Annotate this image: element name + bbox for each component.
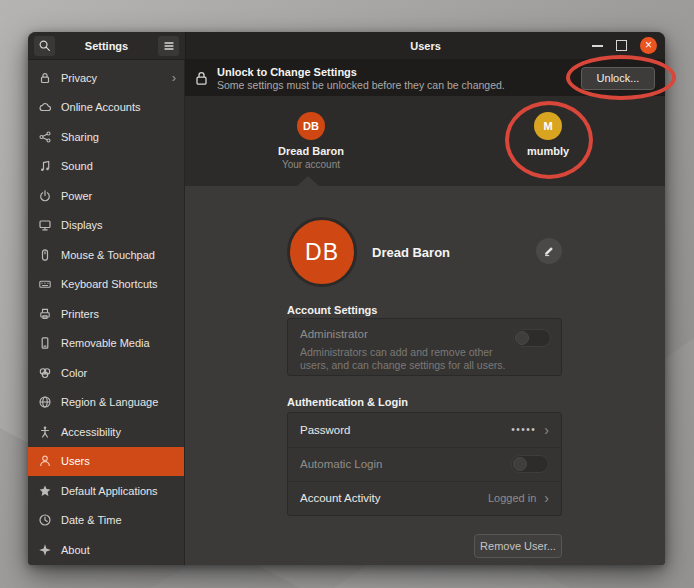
account-activity-row[interactable]: Account Activity Logged in › bbox=[288, 481, 561, 515]
sidebar-item-keyboard-shortcuts[interactable]: Keyboard Shortcuts bbox=[28, 270, 184, 300]
chevron-right-icon: › bbox=[172, 71, 176, 84]
sidebar-item-region-language[interactable]: Region & Language bbox=[28, 388, 184, 418]
cloud-icon bbox=[38, 100, 52, 114]
search-button[interactable] bbox=[34, 36, 55, 56]
titlebar[interactable]: Settings Users × bbox=[28, 32, 665, 60]
maximize-button[interactable] bbox=[616, 40, 627, 51]
sidebar-item-label: Region & Language bbox=[61, 396, 158, 408]
unlock-banner-title: Unlock to Change Settings bbox=[217, 66, 505, 78]
share-icon bbox=[38, 130, 52, 144]
carousel-user-dread-baron[interactable]: DB Dread Baron Your account bbox=[251, 112, 371, 170]
account-settings-heading: Account Settings bbox=[287, 304, 377, 316]
sidebar-item-sharing[interactable]: Sharing bbox=[28, 122, 184, 152]
sidebar-item-label: About bbox=[61, 544, 90, 556]
administrator-description: Administrators can add and remove other … bbox=[300, 346, 515, 372]
sidebar-item-label: Privacy bbox=[61, 72, 97, 84]
sidebar-item-date-time[interactable]: Date & Time bbox=[28, 506, 184, 536]
chevron-right-icon: › bbox=[544, 423, 549, 437]
sidebar-item-mouse-touchpad[interactable]: Mouse & Touchpad bbox=[28, 240, 184, 270]
minimize-button[interactable] bbox=[592, 45, 603, 47]
selected-user-notch bbox=[297, 176, 319, 186]
remove-user-button[interactable]: Remove User... bbox=[474, 534, 562, 558]
unlock-button[interactable]: Unlock... bbox=[581, 67, 655, 90]
sidebar-item-label: Users bbox=[61, 455, 90, 467]
music-note-icon bbox=[38, 159, 52, 173]
sidebar-item-label: Removable Media bbox=[61, 337, 150, 349]
sidebar-item-privacy[interactable]: Privacy › bbox=[28, 63, 184, 93]
pencil-icon bbox=[543, 245, 555, 257]
sidebar-item-label: Accessibility bbox=[61, 426, 121, 438]
sidebar-item-users[interactable]: Users bbox=[28, 447, 184, 477]
clock-icon bbox=[38, 513, 52, 527]
sidebar-item-color[interactable]: Color bbox=[28, 358, 184, 388]
avatar[interactable]: DB bbox=[297, 112, 325, 140]
chevron-right-icon: › bbox=[544, 491, 549, 505]
authentication-login-heading: Authentication & Login bbox=[287, 396, 408, 408]
toggle-knob bbox=[515, 331, 529, 345]
toggle-knob bbox=[513, 457, 527, 471]
close-button[interactable]: × bbox=[640, 37, 657, 54]
account-settings-card: Administrator Administrators can add and… bbox=[287, 318, 562, 376]
sidebar-item-label: Printers bbox=[61, 308, 99, 320]
sidebar-item-label: Date & Time bbox=[61, 514, 122, 526]
main-headerbar: Users × bbox=[185, 32, 665, 60]
carousel-user-mumbly[interactable]: M mumbly bbox=[488, 112, 608, 157]
primary-menu-button[interactable] bbox=[158, 36, 179, 56]
sidebar-item-label: Mouse & Touchpad bbox=[61, 249, 155, 261]
carousel-user-subtitle: Your account bbox=[251, 159, 371, 170]
sidebar-item-about[interactable]: About bbox=[28, 535, 184, 565]
removable-media-icon bbox=[38, 336, 52, 350]
avatar: DB bbox=[287, 217, 357, 287]
globe-icon bbox=[38, 395, 52, 409]
printer-icon bbox=[38, 307, 52, 321]
carousel-user-name: mumbly bbox=[488, 145, 608, 157]
password-label: Password bbox=[300, 424, 351, 436]
edit-name-button[interactable] bbox=[536, 238, 562, 264]
sidebar-item-sound[interactable]: Sound bbox=[28, 152, 184, 182]
desktop-background: Settings Users × Privacy › bbox=[0, 0, 694, 588]
lock-icon bbox=[38, 71, 52, 85]
user-details: DB Dread Baron Account Settings Administ… bbox=[185, 186, 665, 565]
sidebar-item-label: Displays bbox=[61, 219, 103, 231]
sidebar-item-default-applications[interactable]: Default Applications bbox=[28, 476, 184, 506]
avatar[interactable]: M bbox=[534, 112, 562, 140]
power-icon bbox=[38, 189, 52, 203]
sidebar-item-removable-media[interactable]: Removable Media bbox=[28, 329, 184, 359]
hamburger-menu-icon bbox=[163, 40, 175, 52]
account-activity-value: Logged in bbox=[488, 492, 536, 504]
sidebar-item-accessibility[interactable]: Accessibility bbox=[28, 417, 184, 447]
automatic-login-row: Automatic Login bbox=[288, 447, 561, 481]
administrator-label: Administrator bbox=[300, 328, 368, 340]
automatic-login-toggle[interactable] bbox=[511, 455, 549, 473]
sidebar-item-displays[interactable]: Displays bbox=[28, 211, 184, 241]
sidebar-headerbar: Settings bbox=[28, 32, 185, 60]
authentication-login-card: Password ••••• › Automatic Login bbox=[287, 412, 562, 516]
sidebar-item-power[interactable]: Power bbox=[28, 181, 184, 211]
sidebar-item-label: Power bbox=[61, 190, 92, 202]
automatic-login-label: Automatic Login bbox=[300, 458, 382, 470]
unlock-banner-text: Unlock to Change Settings Some settings … bbox=[217, 66, 505, 91]
unlock-banner-subtitle: Some settings must be unlocked before th… bbox=[217, 79, 505, 91]
administrator-toggle[interactable] bbox=[513, 329, 551, 347]
users-panel: Unlock to Change Settings Some settings … bbox=[185, 60, 665, 565]
sparkle-icon bbox=[38, 543, 52, 557]
sidebar-item-label: Default Applications bbox=[61, 485, 158, 497]
user-carousel: DB Dread Baron Your account M mumbly bbox=[185, 96, 665, 186]
sidebar-item-label: Sound bbox=[61, 160, 93, 172]
unlock-banner: Unlock to Change Settings Some settings … bbox=[185, 60, 665, 96]
keyboard-icon bbox=[38, 277, 52, 291]
account-activity-label: Account Activity bbox=[300, 492, 381, 504]
sidebar-item-label: Color bbox=[61, 367, 87, 379]
users-icon bbox=[38, 454, 52, 468]
password-row[interactable]: Password ••••• › bbox=[288, 413, 561, 447]
padlock-icon bbox=[195, 71, 208, 86]
carousel-user-name: Dread Baron bbox=[251, 145, 371, 157]
accessibility-icon bbox=[38, 425, 52, 439]
star-icon bbox=[38, 484, 52, 498]
search-icon bbox=[38, 39, 51, 52]
display-icon bbox=[38, 218, 52, 232]
settings-window: Settings Users × Privacy › bbox=[28, 32, 665, 565]
sidebar-item-online-accounts[interactable]: Online Accounts bbox=[28, 93, 184, 123]
sidebar-item-printers[interactable]: Printers bbox=[28, 299, 184, 329]
sidebar-item-label: Sharing bbox=[61, 131, 99, 143]
